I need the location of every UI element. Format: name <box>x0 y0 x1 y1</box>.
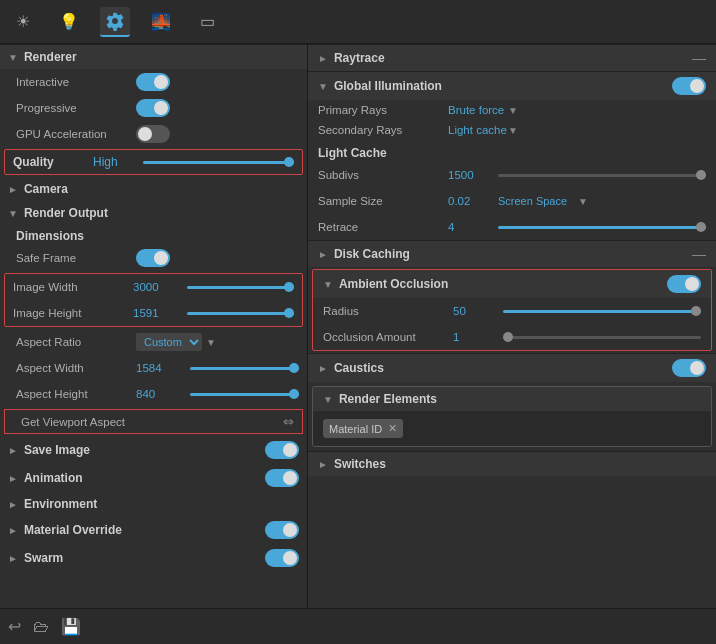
light-icon-btn[interactable]: 💡 <box>54 7 84 37</box>
raytrace-arrow: ► <box>318 53 328 64</box>
aspect-width-label: Aspect Width <box>16 362 136 374</box>
render-output-section[interactable]: ▼ Render Output <box>0 201 307 225</box>
material-override-section[interactable]: ► Material Override <box>0 516 307 544</box>
swarm-section[interactable]: ► Swarm <box>0 544 307 572</box>
aspect-height-slider[interactable] <box>190 393 299 396</box>
quality-row: Quality High <box>4 149 303 175</box>
image-height-slider[interactable] <box>187 312 294 315</box>
subdivs-value: 1500 <box>448 169 498 181</box>
sample-size-label: Sample Size <box>318 195 448 207</box>
retrace-slider-container <box>498 226 706 229</box>
caustics-arrow: ► <box>318 363 328 374</box>
save-image-arrow: ► <box>8 445 18 456</box>
aspect-ratio-select[interactable]: Custom <box>136 333 202 351</box>
safe-frame-row: Safe Frame <box>0 245 307 271</box>
radius-slider[interactable] <box>503 310 701 313</box>
settings-icon-btn[interactable] <box>100 7 130 37</box>
quality-value: High <box>93 155 143 169</box>
sample-size-mode: Screen Space <box>498 195 578 207</box>
right-panel: ► Raytrace — ▼ Global Illumination Prima… <box>308 44 716 608</box>
swarm-toggle[interactable] <box>265 549 299 567</box>
subdivs-row: Subdivs 1500 <box>308 162 716 188</box>
camera-label: Camera <box>24 182 68 196</box>
gpu-toggle[interactable] <box>136 125 170 143</box>
global-illum-section[interactable]: ▼ Global Illumination <box>308 71 716 100</box>
disk-caching-arrow: ► <box>318 249 328 260</box>
environment-section[interactable]: ► Environment <box>0 492 307 516</box>
ao-label: Ambient Occlusion <box>339 277 667 291</box>
image-width-row: Image Width 3000 <box>5 274 302 300</box>
switches-section[interactable]: ► Switches <box>308 451 716 476</box>
renderer-section[interactable]: ▼ Renderer <box>0 44 307 69</box>
interactive-row: Interactive <box>0 69 307 95</box>
aspect-height-value: 840 <box>136 388 186 400</box>
render-elements-header[interactable]: ▼ Render Elements <box>313 387 711 411</box>
save-image-toggle[interactable] <box>265 441 299 459</box>
get-viewport-row[interactable]: Get Viewport Aspect ⇔ <box>4 409 303 434</box>
light-cache-heading: Light Cache <box>308 140 716 162</box>
save-image-label: Save Image <box>24 443 90 457</box>
material-id-tag: Material ID ✕ <box>323 419 403 438</box>
viewport-icon-btn[interactable]: ▭ <box>192 7 222 37</box>
occlusion-amount-value: 1 <box>453 331 503 343</box>
left-panel: ▼ Renderer Interactive Progressive GPU A… <box>0 44 308 608</box>
animation-toggle[interactable] <box>265 469 299 487</box>
image-height-value: 1591 <box>133 307 183 319</box>
interactive-toggle[interactable] <box>136 73 170 91</box>
secondary-rays-value: Light cache <box>448 124 508 136</box>
retrace-slider[interactable] <box>498 226 706 229</box>
sample-size-value: 0.02 <box>448 195 498 207</box>
ambient-occlusion-section: ▼ Ambient Occlusion Radius 50 Occlusion … <box>312 269 712 351</box>
global-illum-toggle[interactable] <box>672 77 706 95</box>
renderer-label: Renderer <box>24 50 77 64</box>
sample-size-dropdown-icon[interactable]: ▼ <box>578 196 588 207</box>
render-output-arrow: ▼ <box>8 208 18 219</box>
progressive-label: Progressive <box>16 102 136 114</box>
image-height-row: Image Height 1591 <box>5 300 302 326</box>
object-icon-btn[interactable]: 🌉 <box>146 7 176 37</box>
subdivs-slider-container <box>498 174 706 177</box>
secondary-rays-dropdown-icon[interactable]: ▼ <box>508 125 518 136</box>
quality-slider[interactable] <box>143 161 294 164</box>
primary-rays-label: Primary Rays <box>318 104 448 116</box>
environment-arrow: ► <box>8 499 18 510</box>
aspect-width-slider[interactable] <box>190 367 299 370</box>
caustics-section[interactable]: ► Caustics <box>308 353 716 382</box>
safe-frame-toggle[interactable] <box>136 249 170 267</box>
render-elements-section: ▼ Render Elements Material ID ✕ <box>312 386 712 447</box>
ao-header[interactable]: ▼ Ambient Occlusion <box>313 270 711 298</box>
material-id-close[interactable]: ✕ <box>388 422 397 435</box>
radius-row: Radius 50 <box>313 298 711 324</box>
animation-arrow: ► <box>8 473 18 484</box>
image-width-label: Image Width <box>13 281 133 293</box>
render-elements-body: Material ID ✕ <box>313 411 711 446</box>
progressive-toggle[interactable] <box>136 99 170 117</box>
save-button[interactable]: 💾 <box>61 617 81 636</box>
gpu-label: GPU Acceleration <box>16 128 136 140</box>
subdivs-slider[interactable] <box>498 174 706 177</box>
raytrace-section[interactable]: ► Raytrace — <box>308 44 716 71</box>
caustics-label: Caustics <box>334 361 672 375</box>
camera-section[interactable]: ► Camera <box>0 177 307 201</box>
folder-button[interactable]: 🗁 <box>33 618 49 636</box>
primary-rays-dropdown-icon[interactable]: ▼ <box>508 105 518 116</box>
safe-frame-label: Safe Frame <box>16 252 136 264</box>
save-image-section[interactable]: ► Save Image <box>0 436 307 464</box>
caustics-toggle[interactable] <box>672 359 706 377</box>
get-viewport-label: Get Viewport Aspect <box>21 416 283 428</box>
raytrace-label: Raytrace <box>334 51 692 65</box>
undo-button[interactable]: ↩ <box>8 617 21 636</box>
render-icon-btn[interactable]: ☀ <box>8 7 38 37</box>
aspect-width-value: 1584 <box>136 362 186 374</box>
ao-arrow: ▼ <box>323 279 333 290</box>
aspect-height-label: Aspect Height <box>16 388 136 400</box>
render-output-label: Render Output <box>24 206 108 220</box>
occlusion-amount-slider[interactable] <box>503 336 701 339</box>
retrace-row: Retrace 4 <box>308 214 716 240</box>
material-override-toggle[interactable] <box>265 521 299 539</box>
image-width-slider[interactable] <box>187 286 294 289</box>
animation-section[interactable]: ► Animation <box>0 464 307 492</box>
disk-caching-section[interactable]: ► Disk Caching — <box>308 240 716 267</box>
ao-toggle[interactable] <box>667 275 701 293</box>
top-icon-bar: ☀ 💡 🌉 ▭ <box>0 0 716 44</box>
